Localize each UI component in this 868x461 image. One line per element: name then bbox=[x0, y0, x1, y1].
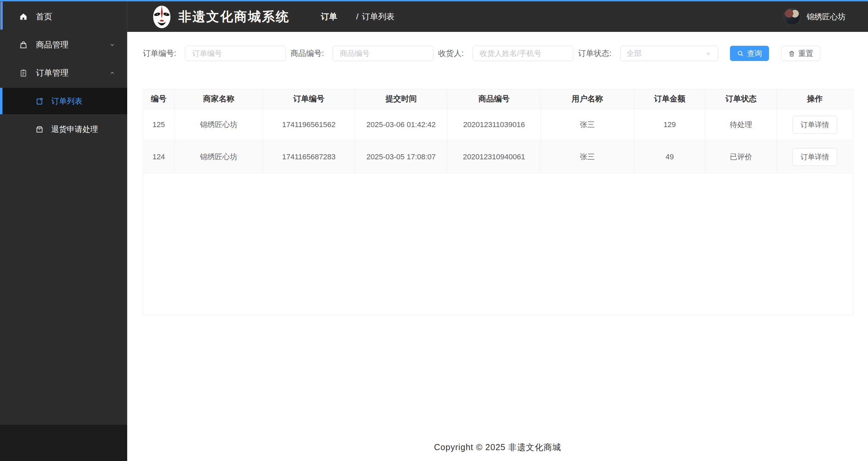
cell-user: 张三 bbox=[541, 141, 634, 173]
avatar[interactable] bbox=[784, 8, 801, 25]
col-header-actions: 操作 bbox=[777, 89, 853, 108]
order-no-input[interactable] bbox=[185, 46, 286, 61]
sidebar-item-label: 商品管理 bbox=[36, 39, 69, 50]
filter-field-order-status: 订单状态: 全部 bbox=[578, 46, 718, 61]
sidebar-menu: 首页 商品管理 订单管理 bbox=[0, 1, 127, 142]
cell-id: 125 bbox=[143, 108, 174, 141]
col-header-order-no: 订单编号 bbox=[263, 89, 355, 108]
order-status-select[interactable]: 全部 bbox=[620, 46, 718, 61]
search-button-label: 查询 bbox=[747, 48, 762, 59]
col-header-submit-time: 提交时间 bbox=[354, 89, 447, 108]
product-no-input[interactable] bbox=[333, 46, 433, 61]
cell-order-no: 1741196561562 bbox=[263, 108, 355, 141]
col-header-user: 用户名称 bbox=[541, 89, 634, 108]
reset-button-label: 重置 bbox=[798, 48, 813, 59]
table-row: 125 锦绣匠心坊 1741196561562 2025-03-06 01:42… bbox=[143, 108, 853, 141]
product-no-label: 商品编号: bbox=[290, 48, 324, 59]
home-icon bbox=[19, 12, 28, 21]
header: 非遗文化商城系统 订单 /订单列表 锦绣匠心坊 bbox=[127, 1, 868, 32]
cell-amount: 49 bbox=[634, 141, 705, 173]
order-status-value: 全部 bbox=[627, 48, 705, 59]
top-accent-strip bbox=[0, 0, 868, 1]
sidebar-scrollbar-thumb[interactable] bbox=[0, 1, 3, 30]
orders-table-panel: 编号 商家名称 订单编号 提交时间 商品编号 用户名称 订单金额 订单状态 操作… bbox=[143, 89, 853, 315]
cell-id: 124 bbox=[143, 141, 174, 173]
app-title: 非遗文化商城系统 bbox=[178, 8, 290, 25]
col-header-amount: 订单金额 bbox=[634, 89, 705, 108]
breadcrumb-current: /订单列表 bbox=[356, 11, 394, 22]
col-header-product-no: 商品编号 bbox=[447, 89, 540, 108]
sidebar-item-label: 退货申请处理 bbox=[51, 124, 98, 135]
sidebar-item-order-list[interactable]: 订单列表 bbox=[0, 88, 127, 114]
search-button[interactable]: 查询 bbox=[730, 46, 769, 61]
cell-status: 已评价 bbox=[705, 141, 777, 173]
breadcrumb-page: 订单列表 bbox=[362, 12, 394, 21]
col-header-id: 编号 bbox=[143, 89, 174, 108]
col-header-status: 订单状态 bbox=[705, 89, 777, 108]
chevron-down-icon bbox=[705, 50, 712, 57]
cell-product-no: 202012310940061 bbox=[447, 141, 540, 173]
cell-order-no: 1741165687283 bbox=[263, 141, 355, 173]
cell-user: 张三 bbox=[541, 108, 634, 141]
order-detail-button[interactable]: 订单详情 bbox=[792, 148, 837, 166]
main-content: 订单编号: 商品编号: 收货人: 订单状态: 全部 查询 bbox=[127, 32, 868, 461]
sidebar-item-order-management[interactable]: 订单管理 bbox=[0, 60, 127, 86]
filter-field-order-no: 订单编号: bbox=[143, 46, 286, 61]
table-header-row: 编号 商家名称 订单编号 提交时间 商品编号 用户名称 订单金额 订单状态 操作 bbox=[143, 89, 853, 108]
filter-bar: 订单编号: 商品编号: 收货人: 订单状态: 全部 查询 bbox=[143, 46, 820, 61]
sidebar-item-label: 订单管理 bbox=[36, 67, 69, 78]
sidebar-item-label: 首页 bbox=[36, 11, 52, 22]
sidebar-item-product-management[interactable]: 商品管理 bbox=[0, 32, 127, 58]
sidebar: 首页 商品管理 订单管理 bbox=[0, 1, 127, 461]
cell-submit-time: 2025-03-06 01:42:42 bbox=[354, 108, 447, 141]
sidebar-item-home[interactable]: 首页 bbox=[0, 3, 127, 30]
chevron-up-icon bbox=[109, 69, 116, 76]
package-box-icon bbox=[35, 125, 44, 134]
search-icon bbox=[737, 50, 744, 57]
table-row: 124 锦绣匠心坊 1741165687283 2025-03-05 17:08… bbox=[143, 141, 853, 173]
reset-button[interactable]: 重置 bbox=[781, 46, 820, 61]
cell-merchant: 锦绣匠心坊 bbox=[174, 108, 263, 141]
chevron-down-icon bbox=[109, 41, 116, 48]
breadcrumb: 订单 /订单列表 bbox=[321, 11, 394, 22]
consignee-label: 收货人: bbox=[438, 48, 464, 59]
orders-table: 编号 商家名称 订单编号 提交时间 商品编号 用户名称 订单金额 订单状态 操作… bbox=[143, 89, 853, 173]
filter-field-product-no: 商品编号: bbox=[290, 46, 433, 61]
order-no-label: 订单编号: bbox=[143, 48, 176, 59]
footer-copyright: Copyright © 2025 非遗文化商城 bbox=[127, 442, 868, 453]
opera-mask-logo bbox=[152, 4, 172, 29]
sidebar-item-return-requests[interactable]: 退货申请处理 bbox=[0, 116, 127, 142]
user-menu[interactable]: 锦绣匠心坊 bbox=[784, 8, 846, 25]
cell-status: 待处理 bbox=[705, 108, 777, 141]
trash-icon bbox=[788, 50, 795, 57]
shopping-bag-icon bbox=[19, 40, 28, 49]
breadcrumb-section[interactable]: 订单 bbox=[321, 11, 337, 22]
cell-actions: 订单详情 bbox=[777, 108, 853, 141]
clipboard-icon bbox=[19, 68, 28, 77]
cell-merchant: 锦绣匠心坊 bbox=[174, 141, 263, 173]
order-list-icon bbox=[35, 97, 44, 105]
cell-product-no: 202012311039016 bbox=[447, 108, 540, 141]
cell-submit-time: 2025-03-05 17:08:07 bbox=[354, 141, 447, 173]
user-name: 锦绣匠心坊 bbox=[807, 12, 846, 22]
breadcrumb-separator: / bbox=[356, 12, 359, 21]
sidebar-item-label: 订单列表 bbox=[51, 96, 82, 106]
filter-field-consignee: 收货人: bbox=[438, 46, 573, 61]
sidebar-collapse-area[interactable] bbox=[0, 425, 127, 461]
col-header-merchant: 商家名称 bbox=[174, 89, 263, 108]
cell-amount: 129 bbox=[634, 108, 705, 141]
consignee-input[interactable] bbox=[472, 46, 573, 61]
order-detail-button[interactable]: 订单详情 bbox=[792, 116, 837, 134]
cell-actions: 订单详情 bbox=[777, 141, 853, 173]
order-status-label: 订单状态: bbox=[578, 48, 611, 59]
